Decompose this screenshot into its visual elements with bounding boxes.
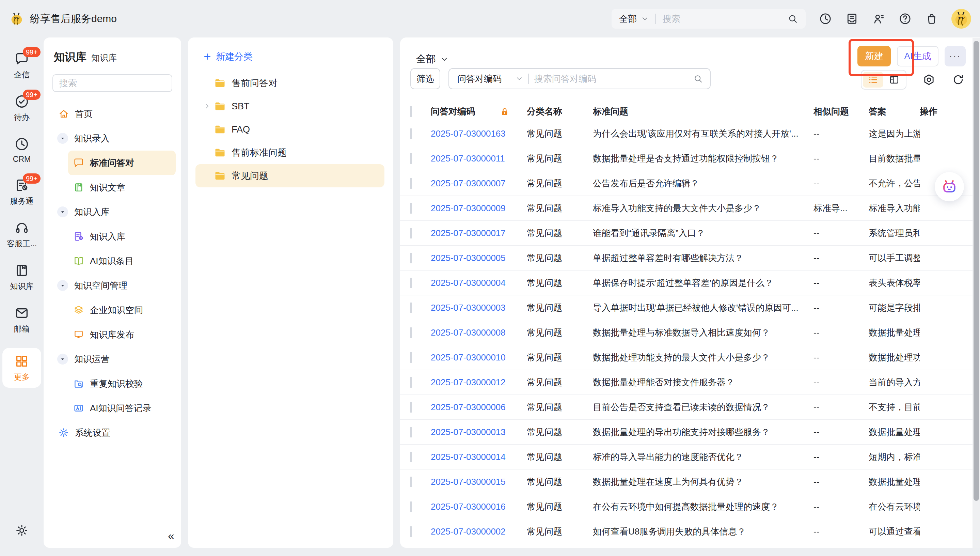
nav-group-知识录入[interactable]: 知识录入 bbox=[52, 126, 172, 150]
qa-code-link[interactable]: 2025-07-03000015 bbox=[431, 477, 506, 487]
rail-item-客服工...[interactable]: 客服工... bbox=[2, 220, 41, 249]
nav-item-重复知识校验[interactable]: 重复知识校验 bbox=[52, 371, 172, 396]
rail-item-待办[interactable]: 99+待办 bbox=[2, 94, 41, 123]
category-item-售前问答对[interactable]: 售前问答对 bbox=[198, 71, 383, 95]
global-search-scope[interactable]: 全部 bbox=[619, 13, 637, 25]
contacts-icon[interactable] bbox=[872, 12, 885, 26]
table-row[interactable]: 2025-07-03000002常见问题如何查看U8服务调用失败的具体信息？--… bbox=[400, 519, 972, 544]
row-checkbox[interactable] bbox=[410, 203, 412, 213]
qa-code-link[interactable]: 2025-07-03000003 bbox=[431, 302, 506, 313]
nav-group-知识空间管理[interactable]: 知识空间管理 bbox=[52, 273, 172, 298]
table-row[interactable]: 2025-07-03000006常见问题目前公告是否支持查看已读未读的数据情况？… bbox=[400, 395, 972, 420]
table-row[interactable]: 2025-07-03000008常见问题数据批量处理与标准数据导入相比速度如何？… bbox=[400, 320, 972, 345]
row-checkbox[interactable] bbox=[410, 178, 412, 189]
qa-code-link[interactable]: 2025-07-03000008 bbox=[431, 327, 506, 338]
table-row[interactable]: 2025-07-03000005常见问题单据超过整单容差时有哪些解决方法？--可… bbox=[400, 246, 972, 270]
ai-assistant-button[interactable] bbox=[935, 172, 964, 201]
row-checkbox[interactable] bbox=[410, 128, 412, 139]
rail-item-CRM[interactable]: CRM bbox=[2, 136, 41, 164]
column-header-答案[interactable]: 答案 bbox=[869, 106, 920, 118]
row-checkbox[interactable] bbox=[410, 327, 412, 338]
row-checkbox[interactable] bbox=[410, 377, 412, 388]
qa-code-link[interactable]: 2025-07-03000012 bbox=[431, 377, 506, 387]
table-row[interactable]: 2025-07-03000163常见问题为什么会出现'该应用仅对有互联关系的对接… bbox=[400, 121, 972, 146]
new-category-button[interactable]: 新建分类 bbox=[203, 50, 383, 63]
nav-item-知识入库[interactable]: 知识入库 bbox=[52, 224, 172, 249]
category-item-FAQ[interactable]: FAQ bbox=[198, 118, 383, 141]
row-checkbox[interactable] bbox=[410, 352, 412, 363]
nav-item-企业知识空间[interactable]: 企业知识空间 bbox=[52, 298, 172, 322]
qa-code-link[interactable]: 2025-07-03000006 bbox=[431, 402, 506, 412]
qa-code-link[interactable]: 2025-07-03000163 bbox=[431, 128, 506, 139]
chevron-down-icon[interactable] bbox=[641, 15, 649, 23]
qa-code-link[interactable]: 2025-07-03000009 bbox=[431, 203, 506, 213]
select-all-checkbox[interactable] bbox=[410, 106, 412, 117]
more-actions-button[interactable]: ··· bbox=[945, 46, 966, 66]
qa-code-link[interactable]: 2025-07-03000011 bbox=[431, 153, 505, 163]
row-checkbox[interactable] bbox=[410, 477, 412, 487]
category-item-常见问题[interactable]: 常见问题 bbox=[195, 164, 384, 187]
table-row[interactable]: 2025-07-03000014常见问题标准的导入导出能力的速度能否优化？--短… bbox=[400, 444, 972, 469]
scrollbar-thumb[interactable] bbox=[974, 41, 979, 501]
row-checkbox[interactable] bbox=[410, 153, 412, 164]
table-row[interactable]: 2025-07-03000010常见问题数据批处理功能支持的最大文件大小是多少？… bbox=[400, 345, 972, 370]
table-row[interactable]: 2025-07-03000004常见问题单据保存时提示'超过整单容差'的原因是什… bbox=[400, 270, 972, 296]
filter-button[interactable]: 筛选 bbox=[410, 68, 440, 89]
nav-item-标准问答对[interactable]: 标准问答对 bbox=[68, 150, 176, 175]
table-row[interactable]: 2025-07-03000012常见问题数据批量处理能否对接文件服务器？--当前… bbox=[400, 370, 972, 395]
table-search-input[interactable] bbox=[534, 73, 688, 84]
column-header-分类名称[interactable]: 分类名称 bbox=[527, 106, 593, 118]
bag-icon[interactable] bbox=[925, 12, 938, 26]
column-header-相似问题[interactable]: 相似问题 bbox=[814, 106, 869, 118]
refresh-icon[interactable] bbox=[951, 73, 965, 87]
row-checkbox[interactable] bbox=[410, 526, 412, 537]
table-row[interactable]: 2025-07-03000017常见问题谁能看到“通讯录隔离”入口？--系统管理… bbox=[400, 221, 972, 246]
rail-item-企信[interactable]: 99+企信 bbox=[2, 51, 41, 80]
nav-item-首页[interactable]: 首页 bbox=[52, 102, 172, 126]
nav-group-知识入库[interactable]: 知识入库 bbox=[52, 200, 172, 224]
avatar[interactable] bbox=[951, 9, 971, 29]
chevron-down-icon[interactable] bbox=[515, 74, 523, 83]
collapse-toggle[interactable] bbox=[57, 354, 68, 365]
history-clock-icon[interactable] bbox=[819, 12, 832, 26]
rail-item-知识库[interactable]: 知识库 bbox=[2, 263, 41, 292]
qa-code-link[interactable]: 2025-07-03000014 bbox=[431, 452, 506, 462]
collapse-panel-button[interactable]: « bbox=[168, 529, 174, 542]
collapse-toggle[interactable] bbox=[57, 280, 68, 291]
settings-gear-icon[interactable] bbox=[15, 523, 29, 538]
column-header-标准问题[interactable]: 标准问题 bbox=[593, 106, 814, 118]
row-checkbox[interactable] bbox=[410, 278, 412, 288]
search-icon[interactable] bbox=[693, 74, 703, 84]
column-header-操作[interactable]: 操作 bbox=[920, 106, 972, 118]
table-row[interactable]: 2025-07-03000015常见问题数据批量处理在速度上为何具有优势？--数… bbox=[400, 469, 972, 495]
qa-code-link[interactable]: 2025-07-03000017 bbox=[431, 228, 506, 238]
qa-code-link[interactable]: 2025-07-03000004 bbox=[431, 278, 506, 288]
qa-code-link[interactable]: 2025-07-03000005 bbox=[431, 253, 506, 263]
rail-item-服务通[interactable]: 99+服务通 bbox=[2, 178, 41, 207]
search-icon[interactable] bbox=[787, 13, 798, 24]
scope-dropdown[interactable]: 全部 bbox=[416, 52, 449, 66]
row-checkbox[interactable] bbox=[410, 402, 412, 412]
new-button[interactable]: 新建 bbox=[858, 46, 891, 66]
global-search-input[interactable] bbox=[662, 13, 783, 24]
global-search[interactable]: 全部 bbox=[612, 9, 806, 29]
qa-code-link[interactable]: 2025-07-03000016 bbox=[431, 501, 506, 512]
table-row[interactable]: 2025-07-03000009常见问题标准导入功能支持的最大文件大小是多少？标… bbox=[400, 196, 972, 221]
table-row[interactable]: 2025-07-03000001常见问题U8服务调用失败的可能原因是什么？--U… bbox=[400, 544, 972, 548]
row-checkbox[interactable] bbox=[410, 427, 412, 438]
collapse-toggle[interactable] bbox=[57, 133, 68, 144]
nav-item-AI知识条目[interactable]: AI知识条目 bbox=[52, 249, 172, 273]
help-icon[interactable] bbox=[898, 12, 912, 26]
nav-group-知识运营[interactable]: 知识运营 bbox=[52, 347, 172, 371]
ai-generate-button[interactable]: AI生成 bbox=[897, 46, 938, 66]
collapse-toggle[interactable] bbox=[57, 207, 68, 217]
qa-code-link[interactable]: 2025-07-03000010 bbox=[431, 352, 506, 362]
table-row[interactable]: 2025-07-03000011常见问题数据批量处理是否支持通过功能权限控制按钮… bbox=[400, 146, 972, 171]
nav-item-AI知识问答记录[interactable]: AI知识问答记录 bbox=[52, 396, 172, 420]
table-row[interactable]: 2025-07-03000003常见问题导入单据时出现'单据已经被他人修改'错误… bbox=[400, 296, 972, 320]
rail-item-更多[interactable]: 更多 bbox=[2, 348, 41, 388]
checkin-icon[interactable] bbox=[845, 12, 859, 26]
category-item-SBT[interactable]: SBT bbox=[198, 95, 383, 118]
table-row[interactable]: 2025-07-03000016常见问题在公有云环境中如何提高数据批量处理的速度… bbox=[400, 495, 972, 519]
search-field-select[interactable]: 问答对编码 bbox=[457, 73, 501, 85]
